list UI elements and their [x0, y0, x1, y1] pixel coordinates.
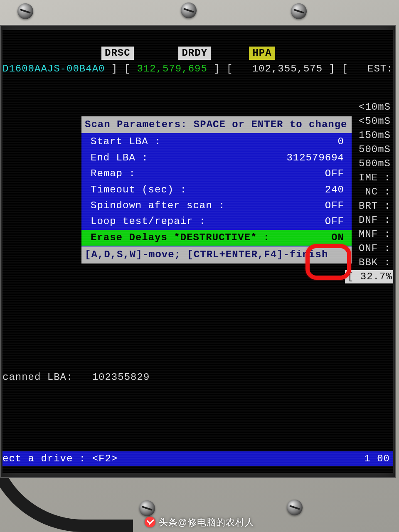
stat-mnf: MNF : [345, 228, 391, 242]
stat-bbk: * BBK : [345, 256, 391, 270]
stat-dnf: DNF : [345, 214, 391, 228]
stat-nc: NC : [345, 185, 391, 200]
scan-parameters-dialog: Scan Parameters: SPACE or ENTER to chang… [81, 116, 352, 264]
photo-background: DRSC DRDY HPA D1600AAJS-00B4A0 ] [ 312,5… [0, 0, 399, 532]
watermark-text: 头条@修电脑的农村人 [159, 517, 254, 527]
param-label: End LBA : [91, 151, 148, 165]
terminal-screen: DRSC DRDY HPA D1600AAJS-00B4A0 ] [ 312,5… [2, 30, 393, 473]
scanned-value: 102355829 [92, 372, 150, 383]
stat-500a: 500mS [345, 143, 391, 157]
stat-brt: BRT : [345, 200, 391, 214]
param-loop-test[interactable]: Loop test/repair : OFF [81, 214, 352, 229]
watermark: 头条@修电脑的农村人 [0, 516, 399, 529]
dialog-title: Scan Parameters: SPACE or ENTER to chang… [81, 116, 352, 133]
param-label: Timeout (sec) : [91, 183, 187, 197]
total-lba: 312,579,695 [137, 63, 207, 74]
param-label: Loop test/repair : [91, 215, 206, 228]
est-label: EST: [367, 63, 393, 74]
param-label: Start LBA : [91, 135, 161, 148]
screw-icon [291, 3, 307, 19]
param-value: OFF [325, 215, 344, 228]
screw-icon [181, 2, 197, 18]
bottom-bar: ect a drive : <F2> 1 00 [2, 451, 393, 466]
param-value: OFF [325, 199, 344, 212]
monitor-bezel: DRSC DRDY HPA D1600AAJS-00B4A0 ] [ 312,5… [0, 25, 396, 478]
stat-onf: ONF : [345, 242, 391, 256]
bottom-right-value: 1 00 [364, 452, 390, 466]
param-label: Erase Delays *DESTRUCTIVE* : [91, 231, 270, 244]
screw-icon [139, 500, 155, 516]
drive-model: D1600AAJS-00B4A0 [2, 63, 105, 74]
param-spindown[interactable]: Spindown after scan : OFF [81, 198, 352, 214]
param-value: 240 [325, 183, 344, 197]
dialog-footer-hint: [A,D,S,W]-move; [CTRL+ENTER,F4]-finish [81, 246, 352, 263]
param-label: Spindown after scan : [91, 199, 225, 212]
timing-stats: <10mS <50mS 150mS 500mS 500mS IME : NC :… [345, 101, 391, 284]
param-erase-delays[interactable]: Erase Delays *DESTRUCTIVE* : ON [81, 230, 352, 246]
scan-progress-line: canned LBA: 102355829 [2, 371, 150, 384]
select-drive-hint[interactable]: ect a drive : <F2> [2, 452, 118, 466]
param-value: ON [331, 231, 344, 244]
stat-lt50: <50mS [345, 115, 391, 129]
stat-500b: 500mS [345, 157, 391, 171]
status-header: DRSC DRDY HPA D1600AAJS-00B4A0 ] [ 312,5… [2, 47, 393, 76]
param-value: OFF [325, 167, 344, 180]
stat-lt10: <10mS [345, 101, 391, 115]
flag-hpa: HPA [249, 47, 275, 60]
toutiao-logo-icon [145, 517, 155, 527]
param-value: 312579694 [286, 151, 344, 165]
param-remap[interactable]: Remap : OFF [81, 166, 352, 182]
stat-150: 150mS [345, 129, 391, 143]
param-start-lba[interactable]: Start LBA : 0 [81, 134, 352, 150]
param-value: 0 [338, 135, 344, 148]
param-timeout[interactable]: Timeout (sec) : 240 [81, 182, 352, 198]
screw-icon [287, 500, 303, 515]
flag-drdy: DRDY [178, 47, 211, 60]
param-label: Remap : [91, 167, 135, 180]
stat-ime: IME : [345, 171, 391, 185]
scanned-label: canned LBA: [2, 372, 73, 383]
stat-badpct: [ 32.7% ] [345, 270, 393, 283]
param-end-lba[interactable]: End LBA : 312579694 [81, 150, 352, 166]
flag-drsc: DRSC [101, 47, 134, 60]
done-lba: 102,355,575 [252, 63, 323, 74]
screw-icon [17, 3, 33, 19]
